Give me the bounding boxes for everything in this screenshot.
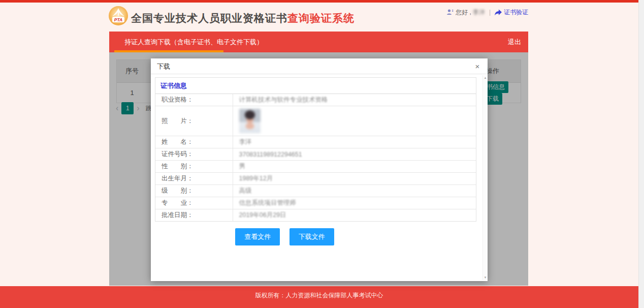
download-file-button[interactable]: 下载文件 bbox=[289, 228, 334, 245]
scroll-down-icon[interactable]: ▼ bbox=[483, 276, 488, 279]
user-icon bbox=[446, 9, 454, 16]
label-level: 级 别： bbox=[155, 185, 233, 197]
row-gender: 性 别： 男 bbox=[155, 161, 476, 173]
value-gender: 男 bbox=[239, 163, 246, 170]
share-arrow-icon bbox=[495, 9, 502, 16]
logout-button[interactable]: 退出 bbox=[508, 32, 521, 52]
row-level: 级 别： 高级 bbox=[155, 185, 476, 197]
page-title: 全国专业技术人员职业资格证书查询验证系统 bbox=[131, 11, 355, 25]
separator: | bbox=[489, 9, 491, 16]
title-accent: 查询验证系统 bbox=[287, 12, 355, 24]
label-qualification: 职业资格： bbox=[155, 94, 233, 106]
row-name: 姓 名： 李洋 bbox=[155, 136, 476, 148]
modal-header: 下载 × bbox=[151, 58, 488, 74]
tab-label: 持证人查询下载（含电子证书、电子文件下载） bbox=[124, 38, 263, 46]
copyright-text: 版权所有：人力资源和社会保障部人事考试中心 bbox=[255, 292, 383, 299]
label-photo: 照 片： bbox=[155, 106, 233, 136]
row-birth: 出生年月： 1989年12月 bbox=[155, 173, 476, 185]
label-name: 姓 名： bbox=[155, 136, 233, 148]
value-approval-date: 2019年06月29日 bbox=[239, 211, 286, 219]
label-id-number: 证件号码： bbox=[155, 148, 233, 161]
label-major: 专 业： bbox=[155, 197, 233, 209]
value-name: 李洋 bbox=[239, 138, 252, 145]
greeting-text: 您好 , bbox=[456, 8, 471, 17]
download-modal: 下载 × 证书信息 职业资格： 计算机技术与软件专业技术资格 照 片： 姓 名： bbox=[151, 58, 488, 281]
browser-scrollbar[interactable] bbox=[638, 0, 644, 308]
certificate-photo bbox=[239, 109, 261, 133]
pta-logo-icon: PTA bbox=[108, 6, 128, 26]
value-level: 高级 bbox=[239, 187, 252, 194]
scroll-up-icon[interactable]: ▲ bbox=[483, 76, 488, 79]
close-icon[interactable]: × bbox=[472, 58, 482, 74]
label-birth: 出生年月： bbox=[155, 173, 233, 185]
svg-text:PTA: PTA bbox=[114, 17, 122, 22]
certificate-info-table: 职业资格： 计算机技术与软件专业技术资格 照 片： 姓 名： 李洋 证件号码： … bbox=[155, 94, 476, 221]
view-file-button[interactable]: 查看文件 bbox=[235, 228, 280, 245]
top-red-bar bbox=[0, 0, 638, 3]
username: 李洋 bbox=[473, 8, 485, 17]
value-birth: 1989年12月 bbox=[239, 175, 273, 182]
page: PTA 全国专业技术人员职业资格证书查询验证系统 您好 , 李洋 | 证书验证 … bbox=[0, 0, 644, 308]
row-photo: 照 片： bbox=[155, 106, 476, 136]
value-qualification: 计算机技术与软件专业技术资格 bbox=[239, 96, 328, 103]
label-approval-date: 批准日期： bbox=[155, 209, 233, 222]
section-title: 证书信息 bbox=[155, 78, 476, 94]
tab-holder-query-download[interactable]: 持证人查询下载（含电子证书、电子文件下载） bbox=[109, 32, 271, 52]
row-approval-date: 批准日期： 2019年06月29日 bbox=[155, 209, 476, 222]
value-major: 信息系统项目管理师 bbox=[239, 199, 297, 206]
row-qualification: 职业资格： 计算机技术与软件专业技术资格 bbox=[155, 94, 476, 106]
user-info: 您好 , 李洋 | 证书验证 bbox=[446, 8, 528, 17]
title-main: 全国专业技术人员职业资格证书 bbox=[131, 12, 287, 24]
modal-scrollbar[interactable]: ▲ ▼ bbox=[482, 75, 487, 280]
modal-body: 证书信息 职业资格： 计算机技术与软件专业技术资格 照 片： 姓 名： 李洋 bbox=[151, 75, 488, 281]
footer: 版权所有：人力资源和社会保障部人事考试中心 bbox=[0, 286, 638, 308]
row-id-number: 证件号码： 370831198912294651 bbox=[155, 148, 476, 161]
value-id-number: 370831198912294651 bbox=[239, 151, 302, 158]
certificate-panel: 证书信息 职业资格： 计算机技术与软件专业技术资格 照 片： 姓 名： 李洋 bbox=[155, 77, 476, 222]
certificate-verify-link[interactable]: 证书验证 bbox=[504, 8, 528, 17]
modal-buttons: 查看文件 下载文件 bbox=[155, 228, 476, 245]
modal-title: 下载 bbox=[157, 63, 170, 70]
nav-bar: 持证人查询下载（含电子证书、电子文件下载） 退出 bbox=[109, 32, 528, 52]
row-major: 专 业： 信息系统项目管理师 bbox=[155, 197, 476, 209]
label-gender: 性 别： bbox=[155, 161, 233, 173]
